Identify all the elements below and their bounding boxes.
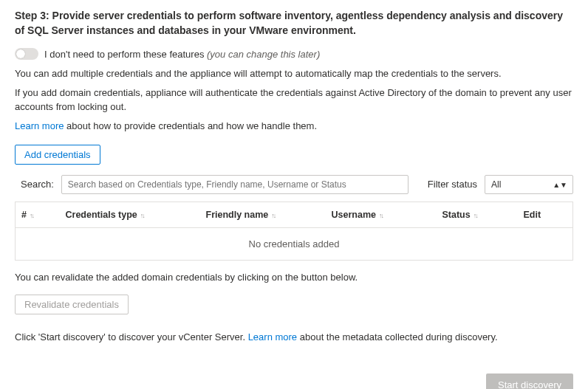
chevron-updown-icon: ▲▼: [553, 180, 567, 188]
col-type[interactable]: Credentials type↑↓: [60, 202, 200, 227]
discovery-paragraph: Click 'Start discovery' to discover your…: [15, 331, 573, 344]
info-paragraph-1: You can add multiple credentials and the…: [15, 67, 573, 80]
sort-icon: ↑↓: [474, 212, 477, 219]
col-index-label: #: [21, 210, 27, 220]
revalidate-text: You can revalidate the added domain cred…: [15, 271, 573, 284]
col-status-label: Status: [442, 210, 471, 220]
col-friendly-label: Friendly name: [206, 210, 269, 220]
learn-more-paragraph: Learn more about how to provide credenti…: [15, 120, 573, 133]
credentials-table: #↑↓ Credentials type↑↓ Friendly name↑↓ U…: [15, 202, 573, 261]
empty-message: No credentials added: [16, 227, 573, 260]
step-title: Step 3: Provide server credentials to pe…: [15, 9, 573, 38]
toggle-label: I don't need to perform these features (…: [44, 49, 320, 60]
discovery-post: about the metadata collected during disc…: [297, 331, 497, 342]
table-empty-row: No credentials added: [16, 227, 573, 260]
sort-icon: ↑↓: [379, 212, 383, 219]
add-credentials-button[interactable]: Add credentials: [15, 145, 100, 165]
toggle-row: I don't need to perform these features (…: [15, 48, 573, 60]
discovery-pre: Click 'Start discovery' to discover your…: [15, 331, 248, 342]
info-paragraph-2: If you add domain credentials, appliance…: [15, 86, 573, 113]
col-edit: Edit: [518, 202, 573, 227]
sort-icon: ↑↓: [30, 212, 33, 219]
table-header-row: #↑↓ Credentials type↑↓ Friendly name↑↓ U…: [16, 202, 573, 227]
col-index[interactable]: #↑↓: [16, 202, 60, 227]
learn-more-text: about how to provide credentials and how…: [64, 120, 317, 131]
footer: Start discovery: [15, 373, 573, 389]
revalidate-credentials-button: Revalidate credentials: [15, 295, 129, 314]
search-input[interactable]: [61, 175, 408, 194]
sort-icon: ↑↓: [140, 212, 144, 219]
col-type-label: Credentials type: [66, 210, 137, 220]
search-filter-row: Search: Filter status All ▲▼: [15, 175, 573, 194]
start-discovery-button: Start discovery: [486, 373, 573, 389]
col-friendly[interactable]: Friendly name↑↓: [200, 202, 326, 227]
toggle-label-text: I don't need to perform these features: [44, 49, 204, 60]
col-edit-label: Edit: [524, 210, 541, 220]
col-username-label: Username: [332, 210, 376, 220]
search-label: Search:: [21, 179, 54, 190]
sort-icon: ↑↓: [271, 212, 275, 219]
filter-status-select[interactable]: All ▲▼: [485, 175, 573, 194]
discovery-learn-more-link[interactable]: Learn more: [248, 331, 297, 342]
toggle-hint: (you can change this later): [207, 49, 320, 60]
feature-toggle[interactable]: [15, 48, 38, 60]
col-username[interactable]: Username↑↓: [326, 202, 437, 227]
learn-more-link[interactable]: Learn more: [15, 120, 64, 131]
col-status[interactable]: Status↑↓: [437, 202, 518, 227]
filter-status-label: Filter status: [428, 179, 477, 190]
